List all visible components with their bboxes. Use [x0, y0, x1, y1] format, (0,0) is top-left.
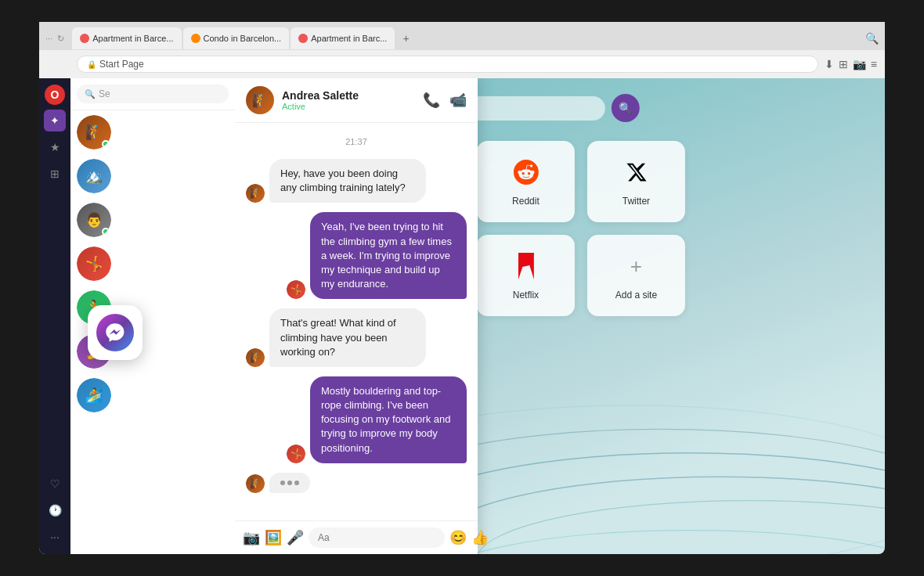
- sidebar-star-icon[interactable]: ★: [44, 136, 66, 158]
- contact-avatar-4: 🤸: [77, 247, 111, 281]
- reddit-label: Reddit: [512, 196, 540, 207]
- messenger-icon-inner: [96, 314, 134, 351]
- sidebar-new-tab-icon[interactable]: ✦: [44, 110, 66, 131]
- chat-actions: 📞 📹: [423, 92, 467, 109]
- msg-avatar-4: 🤸: [287, 445, 305, 463]
- message-bubble-1: Hey, have you been doing any climbing tr…: [269, 159, 426, 203]
- search-button[interactable]: 🔍: [612, 94, 640, 122]
- netflix-icon: [510, 250, 541, 282]
- address-input[interactable]: 🔒 Start Page: [77, 56, 818, 73]
- menu-icon[interactable]: ≡: [871, 58, 877, 70]
- twitter-icon: [620, 157, 651, 188]
- svg-point-5: [429, 531, 885, 554]
- chat-window: 🧗 Andrea Salette Active 📞 📹 21:37 🧗: [235, 78, 478, 554]
- voice-call-button[interactable]: 📞: [423, 92, 440, 109]
- chat-contact-status: Active: [282, 102, 415, 111]
- message-bubble-3: That's great! What kind of climbing have…: [269, 308, 426, 367]
- svg-point-1: [435, 477, 885, 554]
- contact-avatar-1: 🧗: [77, 115, 111, 149]
- online-dot-3: [102, 228, 110, 236]
- chat-header-info: Andrea Salette Active: [282, 89, 415, 111]
- speed-dial-reddit[interactable]: Reddit: [477, 141, 575, 222]
- new-tab-button[interactable]: +: [396, 29, 415, 48]
- typing-dot-2: [287, 481, 292, 485]
- reddit-icon: [510, 157, 541, 188]
- contact-avatar-2: 🏔️: [77, 159, 111, 193]
- video-call-button[interactable]: 📹: [449, 92, 467, 109]
- search-magnifier-icon: 🔍: [619, 102, 632, 114]
- tab-2[interactable]: Condo in Barcelon...: [183, 27, 290, 49]
- tab-bar: ··· ↻ Apartment in Barce... Condo in Bar…: [39, 22, 885, 50]
- emoji-input-icon[interactable]: 😊: [449, 529, 467, 546]
- contact-avatar-7: 🏄: [77, 378, 111, 412]
- tab-favicon-1: [80, 34, 89, 43]
- speed-dial-twitter[interactable]: Twitter: [587, 141, 685, 222]
- message-bubble-4: Mostly bouldering and top-rope climbing.…: [310, 376, 467, 463]
- netflix-label: Netflix: [513, 290, 539, 301]
- sidebar-more-icon[interactable]: ···: [44, 526, 66, 548]
- sidebar-bottom-icons: ♡ 🕐 ···: [44, 473, 66, 548]
- typing-avatar: 🧗: [246, 474, 265, 493]
- messenger-floating-icon[interactable]: [88, 305, 143, 360]
- tab-label-3: Apartment in Barc...: [311, 34, 387, 43]
- tab-1[interactable]: Apartment in Barce...: [72, 27, 181, 49]
- laptop-shell: ··· ↻ Apartment in Barce... Condo in Bar…: [39, 22, 885, 554]
- chat-contact-name: Andrea Salette: [282, 89, 415, 102]
- typing-dot-3: [294, 481, 299, 485]
- download-icon[interactable]: ⬇: [825, 58, 834, 70]
- address-bar: 🔒 Start Page ⬇ ⊞ 📷 ≡: [39, 50, 885, 78]
- typing-indicator-row: 🧗: [246, 473, 467, 493]
- opera-logo-text: O: [51, 88, 60, 101]
- chat-contact-avatar: 🧗: [246, 86, 274, 114]
- message-row-1: 🧗 Hey, have you been doing any climbing …: [246, 159, 467, 203]
- typing-indicator: [269, 473, 310, 493]
- tab-3[interactable]: Apartment in Barc...: [291, 27, 395, 49]
- contact-item-7[interactable]: 🏄: [70, 373, 235, 417]
- message-row-4: Mostly bouldering and top-rope climbing.…: [246, 376, 467, 463]
- browser-content: 🔍 Twitch Reddit: [39, 78, 885, 554]
- speed-dial-netflix[interactable]: Netflix: [477, 235, 575, 316]
- chat-messages: 21:37 🧗 Hey, have you been doing any cli…: [235, 123, 478, 520]
- camera-input-icon[interactable]: 📷: [243, 529, 260, 546]
- sidebar-heart-icon[interactable]: ♡: [44, 473, 66, 495]
- address-text: Start Page: [99, 59, 144, 70]
- svg-point-2: [476, 501, 885, 554]
- like-input-icon[interactable]: 👍: [471, 529, 489, 546]
- typing-dot-1: [280, 481, 285, 485]
- tab-label-1: Apartment in Barce...: [92, 34, 173, 43]
- camera-icon[interactable]: 📷: [853, 58, 866, 70]
- lock-icon: 🔒: [87, 60, 96, 69]
- address-bar-actions: ⬇ ⊞ 📷 ≡: [825, 58, 877, 70]
- extensions-icon[interactable]: ⊞: [839, 58, 848, 70]
- contact-item-3[interactable]: 👨: [70, 198, 235, 242]
- chat-text-input[interactable]: [309, 527, 445, 548]
- image-input-icon[interactable]: 🖼️: [265, 529, 282, 546]
- contact-item-1[interactable]: 🧗: [70, 110, 235, 154]
- tab-favicon-2: [191, 34, 200, 43]
- sidebar-apps-icon[interactable]: ⊞: [44, 163, 66, 185]
- speed-dial-add[interactable]: + Add a site: [587, 235, 685, 316]
- message-timestamp: 21:37: [246, 137, 467, 146]
- search-icon-top[interactable]: 🔍: [865, 32, 879, 45]
- messenger-search-input[interactable]: 🔍 Se: [77, 85, 229, 103]
- msg-avatar-3: 🧗: [246, 348, 265, 367]
- sidebar-history-icon[interactable]: 🕐: [44, 499, 66, 521]
- message-row-2: Yeah, I've been trying to hit the climbi…: [246, 212, 467, 299]
- messenger-search-area: 🔍 Se: [70, 78, 235, 110]
- tab-favicon-3: [298, 34, 308, 43]
- microphone-input-icon[interactable]: 🎤: [287, 529, 304, 546]
- add-site-label: Add a site: [615, 290, 657, 301]
- messenger-search-placeholder: Se: [99, 88, 110, 99]
- browser-chrome: ··· ↻ Apartment in Barce... Condo in Bar…: [39, 22, 885, 78]
- chat-input-bar: 📷 🖼️ 🎤 😊 👍: [235, 520, 478, 554]
- opera-logo[interactable]: O: [45, 85, 65, 105]
- message-row-3: 🧗 That's great! What kind of climbing ha…: [246, 308, 467, 367]
- contact-avatar-3: 👨: [77, 203, 111, 237]
- msg-avatar-2: 🤸: [287, 280, 305, 299]
- online-dot-1: [102, 140, 110, 148]
- msg-avatar-1: 🧗: [246, 184, 265, 203]
- contact-item-4[interactable]: 🤸: [70, 242, 235, 286]
- twitter-label: Twitter: [623, 196, 650, 207]
- contact-item-2[interactable]: 🏔️: [70, 154, 235, 198]
- message-bubble-2: Yeah, I've been trying to hit the climbi…: [310, 212, 467, 299]
